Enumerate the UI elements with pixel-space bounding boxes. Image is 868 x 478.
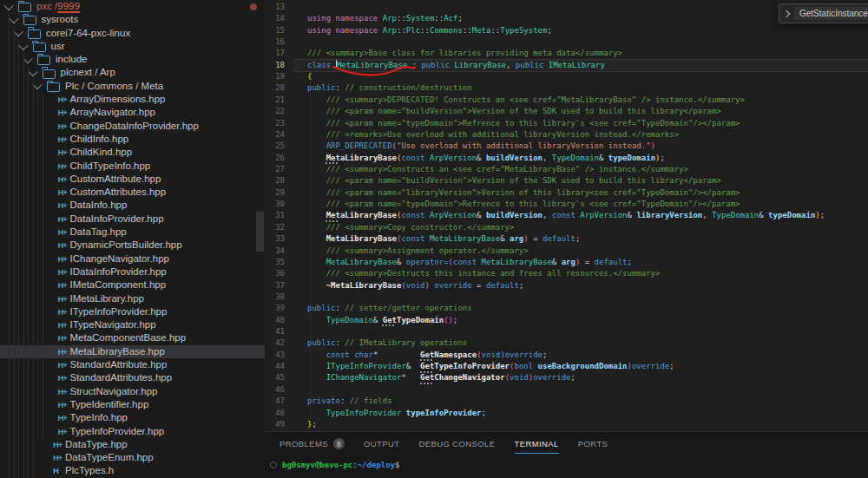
tree-item-pxc-9999[interactable]: pxc / 9999 bbox=[0, 0, 265, 13]
line-number[interactable]: 33 bbox=[265, 233, 293, 245]
line-number[interactable]: 20 bbox=[265, 82, 293, 94]
tree-item-childkind-hpp[interactable]: H+ChildKind.hpp bbox=[0, 146, 265, 159]
tree-item-datatag-hpp[interactable]: H+DataTag.hpp bbox=[0, 226, 265, 239]
line-number[interactable]: 22 bbox=[265, 106, 293, 117]
line-number[interactable]: 18 bbox=[265, 60, 293, 71]
code-line[interactable]: 49}; bbox=[265, 419, 868, 430]
code-line[interactable]: 20public: // construction/destruction bbox=[265, 82, 868, 94]
chevron-down-icon[interactable] bbox=[9, 14, 18, 23]
code-line[interactable]: 31 MetaLibraryBase(const ArpVersion& bui… bbox=[265, 210, 868, 221]
tree-item-plc-commons-meta[interactable]: Plc / Commons / Meta bbox=[0, 80, 265, 93]
tree-item-plctypes-h[interactable]: HPlcTypes.h bbox=[0, 464, 265, 477]
tree-item-standardattributes-hpp[interactable]: H+StandardAttributes.hpp bbox=[0, 371, 265, 384]
code-line[interactable]: 19{ bbox=[265, 71, 868, 82]
code-line[interactable]: 48 TypeInfoProvider typeInfoProvider; bbox=[265, 408, 868, 419]
code-line[interactable]: 21 /// <summary>DEPRECATED! Constructs a… bbox=[265, 95, 868, 106]
tab-terminal[interactable]: TERMINAL bbox=[515, 438, 559, 454]
code-line[interactable]: 39public: // setter/getter operations bbox=[265, 303, 868, 314]
line-number[interactable]: 41 bbox=[265, 326, 293, 337]
tree-item-usr[interactable]: usr bbox=[0, 40, 265, 53]
code-editor[interactable]: 12//////////////////////////////////////… bbox=[265, 0, 868, 431]
find-input[interactable]: GetStaticInstancePtr bbox=[794, 7, 868, 20]
chevron-down-icon[interactable] bbox=[18, 40, 28, 49]
code-line[interactable]: 16 bbox=[265, 36, 868, 48]
code-line[interactable]: 14using namespace Arp::System::Acf; bbox=[265, 13, 868, 24]
line-number[interactable]: 17 bbox=[265, 48, 293, 59]
code-line[interactable]: 37 ~MetaLibraryBase(void) override = def… bbox=[265, 280, 868, 291]
tree-item-include[interactable]: include bbox=[0, 53, 265, 66]
line-number[interactable]: 39 bbox=[265, 303, 293, 314]
line-number[interactable]: 40 bbox=[265, 315, 293, 326]
line-number[interactable]: 45 bbox=[265, 372, 293, 383]
code-line[interactable]: 33 MetaLibraryBase(const MetaLibraryBase… bbox=[265, 233, 868, 245]
code-line[interactable]: 25 ARP_DEPRECATED("Use overload with add… bbox=[265, 141, 868, 152]
line-number[interactable]: 48 bbox=[265, 408, 293, 419]
code-line[interactable]: 17/// <summary>Base class for libraries … bbox=[265, 48, 868, 59]
tree-item-customattributes-hpp[interactable]: H+CustomAttributes.hpp bbox=[0, 186, 265, 199]
line-number[interactable]: 23 bbox=[265, 118, 293, 129]
line-number[interactable]: 38 bbox=[265, 291, 293, 303]
line-number[interactable]: 14 bbox=[265, 13, 293, 24]
code-line[interactable]: 22 /// <param name="buildVersion">Versio… bbox=[265, 106, 868, 117]
tree-item-datainfo-hpp[interactable]: H+DataInfo.hpp bbox=[0, 199, 265, 212]
code-line[interactable]: 41 bbox=[265, 326, 868, 337]
tab-debug-console[interactable]: DEBUG CONSOLE bbox=[418, 438, 495, 454]
line-number[interactable]: 32 bbox=[265, 222, 293, 233]
tree-item-arraynavigator-hpp[interactable]: H+ArrayNavigator.hpp bbox=[0, 106, 265, 119]
code-line[interactable]: 15using namespace Arp::Plc::Commons::Met… bbox=[265, 25, 868, 36]
line-number[interactable]: 35 bbox=[265, 257, 293, 268]
tab-ports[interactable]: PORTS bbox=[578, 438, 608, 454]
line-number[interactable]: 30 bbox=[265, 199, 293, 210]
line-number[interactable]: 46 bbox=[265, 384, 293, 396]
code-line[interactable]: 13 bbox=[265, 2, 868, 13]
tree-item-corei7-64-pxc-linux[interactable]: corei7-64-pxc-linux bbox=[0, 27, 265, 40]
code-line[interactable]: 40 TypeDomain& GetTypeDomain(); bbox=[265, 315, 868, 326]
code-line[interactable]: 42public: // IMetaLibrary operations bbox=[265, 337, 868, 349]
code-line[interactable]: 24 /// <remarks>Use overload with additi… bbox=[265, 129, 868, 141]
tree-item-arraydimensions-hpp[interactable]: H+ArrayDimensions.hpp bbox=[0, 93, 265, 106]
code-line[interactable]: 27 /// <summary>Constructs an <see cref=… bbox=[265, 164, 868, 175]
line-number[interactable]: 29 bbox=[265, 187, 293, 199]
tree-item-metacomponentbase-hpp[interactable]: H+MetaComponentBase.hpp bbox=[0, 331, 265, 344]
code-line[interactable]: 36 /// <summary>Destructs this instance … bbox=[265, 268, 868, 279]
command-decoration-icon[interactable] bbox=[270, 462, 277, 468]
tree-item-datatype-hpp[interactable]: H+DataType.hpp bbox=[0, 438, 265, 451]
tree-item-typeidentifier-hpp[interactable]: H+TypeIdentifier.hpp bbox=[0, 398, 265, 411]
code-line[interactable]: 34 /// <summary>Assignment operator.</su… bbox=[265, 246, 868, 257]
code-line[interactable]: 35 MetaLibraryBase& operator=(const Meta… bbox=[265, 257, 868, 268]
tree-item-metalibrarybase-hpp[interactable]: H+MetaLibraryBase.hpp bbox=[0, 345, 265, 358]
chevron-down-icon[interactable] bbox=[3, 1, 13, 10]
tree-item-childtypeinfo-hpp[interactable]: H+ChildTypeInfo.hpp bbox=[0, 160, 265, 173]
line-number[interactable]: 16 bbox=[265, 36, 293, 48]
tab-problems[interactable]: PROBLEMS8 bbox=[279, 438, 345, 454]
tree-item-typeinfo-hpp[interactable]: H+TypeInfo.hpp bbox=[0, 411, 265, 424]
code-line[interactable]: 30 /// <param name="typeDomain">Refrence… bbox=[265, 199, 868, 210]
line-number[interactable]: 24 bbox=[265, 129, 293, 141]
chevron-right-icon[interactable] bbox=[783, 10, 790, 16]
tree-item-imetacomponent-hpp[interactable]: H+IMetaComponent.hpp bbox=[0, 278, 265, 291]
tree-item-changedatainfoprovider-hpp[interactable]: H+ChangeDataInfoProvider.hpp bbox=[0, 120, 265, 133]
line-number[interactable]: 44 bbox=[265, 361, 293, 372]
sidebar-scrollbar-thumb[interactable] bbox=[256, 212, 264, 252]
line-number[interactable]: 34 bbox=[265, 246, 293, 257]
code-line[interactable]: 47private: // fields bbox=[265, 396, 868, 407]
code-line[interactable]: 28 /// <param name="buildVersion">Versio… bbox=[265, 175, 868, 187]
line-number[interactable]: 15 bbox=[265, 25, 293, 36]
tree-item-sysroots[interactable]: sysroots bbox=[0, 13, 265, 26]
code-line[interactable]: 45 IChangeNavigator* GetChangeNavigator(… bbox=[265, 372, 868, 383]
line-number[interactable]: 25 bbox=[265, 141, 293, 152]
line-number[interactable]: 28 bbox=[265, 175, 293, 187]
tree-item-ichangenavigator-hpp[interactable]: H+IChangeNavigator.hpp bbox=[0, 252, 265, 265]
code-line[interactable]: 12//////////////////////////////////////… bbox=[265, 0, 868, 2]
tree-item-customattribute-hpp[interactable]: H+CustomAttribute.hpp bbox=[0, 173, 265, 186]
tree-item-standardattribute-hpp[interactable]: H+StandardAttribute.hpp bbox=[0, 358, 265, 371]
code-line[interactable]: 26 MetaLibraryBase(const ArpVersion& bui… bbox=[265, 153, 868, 164]
tab-output[interactable]: OUTPUT bbox=[364, 438, 399, 454]
code-line[interactable]: 32 /// <summary>Copy constructor.</summa… bbox=[265, 222, 868, 233]
line-number[interactable]: 19 bbox=[265, 71, 293, 82]
code-line[interactable]: 44 ITypeInfoProvider& GetTypeInfoProvide… bbox=[265, 361, 868, 372]
line-number[interactable]: 43 bbox=[265, 350, 293, 361]
line-number[interactable]: 37 bbox=[265, 280, 293, 291]
tree-item-dynamicportsbuilder-hpp[interactable]: H+DynamicPortsBuilder.hpp bbox=[0, 239, 265, 252]
tree-item-itypeinfoprovider-hpp[interactable]: H+ITypeInfoProvider.hpp bbox=[0, 305, 265, 318]
